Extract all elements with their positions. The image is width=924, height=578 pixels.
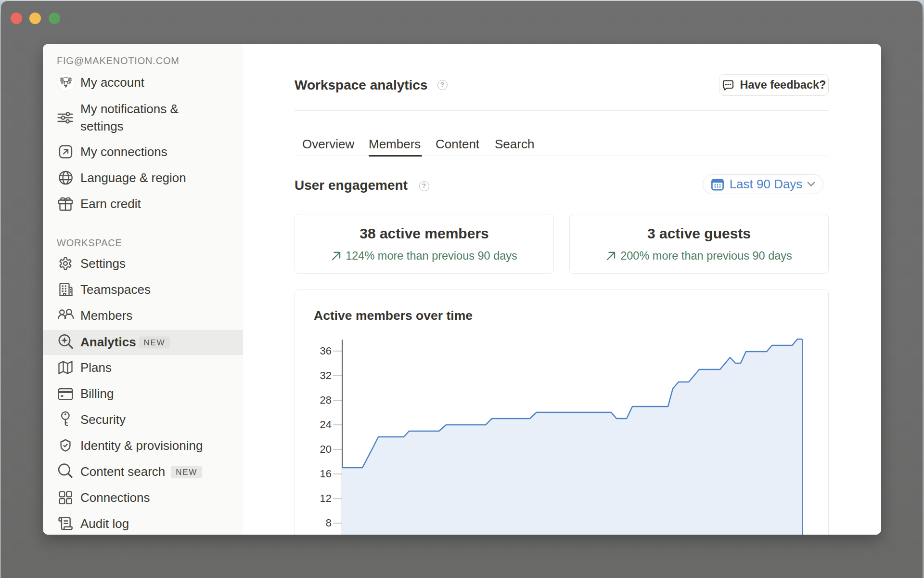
svg-text:32: 32 bbox=[320, 369, 332, 381]
svg-text:16: 16 bbox=[320, 468, 332, 480]
svg-text:24: 24 bbox=[320, 419, 332, 431]
svg-text:12: 12 bbox=[320, 492, 332, 504]
svg-text:28: 28 bbox=[320, 394, 332, 406]
svg-text:36: 36 bbox=[320, 345, 332, 357]
svg-text:8: 8 bbox=[326, 517, 332, 529]
svg-text:20: 20 bbox=[320, 443, 332, 455]
